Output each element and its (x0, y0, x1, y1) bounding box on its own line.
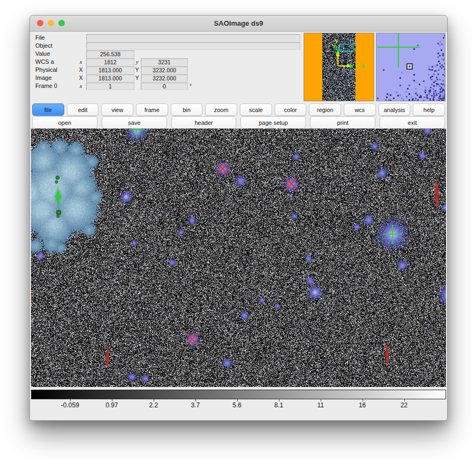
wcs-x-field[interactable]: 1812 (86, 58, 134, 66)
close-window-button[interactable] (37, 20, 43, 26)
toolbar-header[interactable]: header (171, 116, 237, 129)
desktop: SAOImage ds9 FileObjectValue256.538WCS a… (0, 0, 476, 462)
menu-help[interactable]: help (413, 103, 445, 116)
image-x-field[interactable]: 1813.000 (86, 74, 134, 82)
degree-suffix: ° (190, 83, 192, 90)
menu-zoom[interactable]: zoom (205, 103, 237, 116)
colorbar-label: 5.6 (232, 401, 241, 409)
colorbar[interactable] (31, 390, 446, 399)
toolbar-open[interactable]: open (32, 116, 97, 129)
value-x-field[interactable]: 256.538 (86, 50, 134, 58)
menu-bin[interactable]: bin (171, 103, 203, 116)
toolbar-row: opensaveheaderpage setupprintexit (32, 116, 445, 129)
coord-label-wcs-1: x (78, 58, 84, 65)
menu-row: fileeditviewframebinzoomscalecolorregion… (32, 103, 445, 116)
frame-x-field[interactable]: 1 (86, 83, 134, 90)
image-canvas[interactable] (31, 129, 446, 387)
coord-label-image-2: Y (134, 74, 140, 81)
file-field[interactable] (86, 34, 300, 42)
ds9-window: SAOImage ds9 FileObjectValue256.538WCS a… (29, 15, 448, 421)
minimize-window-button[interactable] (48, 20, 54, 26)
menu-file[interactable]: file (32, 103, 64, 116)
toolbar-print[interactable]: print (310, 116, 375, 129)
colorbar-scale: -0.0590.972.23.75.68.1111622 (31, 399, 446, 413)
coord-label-frame-1: x (78, 83, 84, 90)
info-label-wcs: WCS a (35, 58, 54, 65)
frame-y-field[interactable]: 0 (141, 83, 188, 90)
titlebar[interactable]: SAOImage ds9 (30, 16, 447, 32)
info-label-file: File (35, 34, 45, 41)
panner-panel[interactable] (304, 33, 374, 101)
menu-edit[interactable]: edit (67, 103, 99, 116)
panner-canvas[interactable] (304, 33, 374, 101)
coord-label-image-1: X (78, 74, 84, 81)
magnifier-canvas[interactable] (376, 33, 445, 101)
menu-view[interactable]: view (101, 103, 133, 116)
object-field[interactable] (86, 42, 300, 50)
magnifier-panel[interactable] (376, 33, 445, 101)
image-y-field[interactable]: 3232.000 (141, 74, 188, 82)
colorbar-label: 16 (359, 401, 366, 409)
physical-y-field[interactable]: 3232.000 (141, 66, 188, 74)
toolbar-save[interactable]: save (102, 116, 167, 129)
wcs-y-field[interactable]: 3231 (141, 58, 188, 66)
colorbar-label: 2.2 (149, 401, 158, 409)
coord-label-physical-1: X (78, 66, 84, 73)
info-panel: FileObjectValue256.538WCS ax1812y3231Phy… (30, 31, 303, 103)
info-label-image: Image (35, 74, 52, 81)
window-title: SAOImage ds9 (30, 16, 447, 31)
info-label-object: Object (35, 42, 52, 49)
info-label-value: Value (35, 50, 50, 57)
colorbar-label: 22 (401, 401, 407, 409)
menu-region[interactable]: region (309, 103, 341, 116)
menu-color[interactable]: color (275, 103, 307, 116)
info-label-frame: Frame 0 (35, 83, 57, 90)
coord-label-physical-2: Y (134, 66, 140, 73)
coord-label-wcs-2: y (134, 58, 140, 65)
info-label-physical: Physical (35, 66, 57, 73)
menu-analysis[interactable]: analysis (379, 103, 411, 116)
toolbar-page-setup[interactable]: page setup (240, 116, 306, 129)
zoom-window-button[interactable] (58, 20, 65, 26)
colorbar-label: 11 (317, 401, 323, 409)
colorbar-label: 0.97 (105, 401, 118, 409)
colorbar-label: 8.1 (274, 401, 283, 409)
toolbar-exit[interactable]: exit (380, 116, 445, 129)
colorbar-label: -0.059 (61, 401, 79, 409)
menu-scale[interactable]: scale (240, 103, 272, 116)
menu-wcs[interactable]: wcs (344, 103, 376, 116)
image-display[interactable] (31, 129, 446, 387)
menu-frame[interactable]: frame (136, 103, 168, 116)
colorbar-label: 3.7 (191, 401, 200, 409)
physical-x-field[interactable]: 1813.000 (86, 66, 134, 74)
